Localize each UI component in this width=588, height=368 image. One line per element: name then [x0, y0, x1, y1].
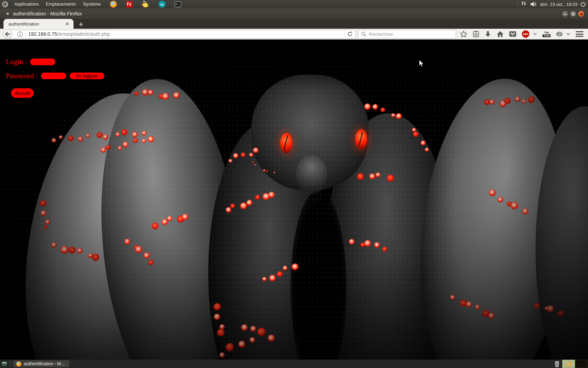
home-link-button[interactable]: Accueil [11, 88, 34, 98]
tab-authentification[interactable]: authentification [4, 19, 74, 29]
workspace-2[interactable] [575, 360, 588, 368]
video-download-extension-icon[interactable] [554, 29, 564, 39]
close-button[interactable] [578, 11, 584, 17]
minimize-button[interactable] [562, 11, 568, 17]
url-host: 192.168.0.75 [28, 31, 57, 37]
adblock-plus-icon[interactable]: ABP [520, 29, 531, 39]
login-input[interactable] [30, 59, 55, 65]
window-titlebar[interactable]: authentification - Mozilla Firefox [0, 8, 588, 19]
taskbar-right [554, 360, 588, 368]
task-button-firefox[interactable]: authentification - M… [13, 360, 69, 367]
task-button-label: authentification - M… [24, 361, 65, 366]
new-tab-button[interactable] [76, 20, 86, 28]
url-bar[interactable]: 192.168.0.75/terraspi/admin/auth.php [9, 30, 356, 39]
firefox-icon [16, 361, 21, 367]
workspace-1[interactable] [562, 360, 575, 368]
window-icon [6, 12, 9, 15]
taskbar-handle[interactable] [9, 361, 11, 367]
arduino-launcher-icon[interactable]: ∞ [159, 1, 166, 8]
show-desktop-icon[interactable] [1, 361, 7, 367]
filezilla-launcher-icon[interactable]: Fz [126, 1, 133, 8]
volume-icon[interactable] [530, 1, 537, 7]
firefox-launcher-icon[interactable] [110, 1, 117, 8]
login-submit-button[interactable]: Se logguer [70, 73, 104, 79]
desktop-taskbar: authentification - M… [0, 360, 588, 368]
password-label: Password : [6, 71, 38, 80]
tab-label: authentification [8, 21, 64, 27]
snake-photo [0, 40, 588, 360]
search-bar[interactable] [358, 30, 456, 39]
search-icon [361, 32, 366, 37]
extension-dropdown-icon[interactable] [566, 29, 572, 39]
url-divider2 [344, 31, 345, 37]
panel-launchers: Fz ∞ >_ [110, 1, 181, 8]
distro-menu-icon[interactable] [2, 1, 8, 7]
workspace-switcher [562, 360, 588, 368]
window-title: authentification - Mozilla Firefox [13, 11, 82, 16]
site-info-icon[interactable] [17, 31, 23, 37]
pocket-icon[interactable] [507, 29, 518, 39]
power-icon[interactable] [580, 1, 586, 7]
adblock-dropdown-icon[interactable] [533, 29, 539, 39]
login-label: Login : [6, 57, 27, 66]
window-buttons [562, 11, 588, 17]
teapot-steam [143, 1, 145, 2]
panel-tray: dim. 23 oct., 18:03 [517, 1, 588, 7]
tray-handle[interactable] [517, 1, 518, 7]
url-text[interactable]: 192.168.0.75/terraspi/admin/auth.php [28, 31, 110, 37]
firefox-icon [566, 361, 571, 367]
desktop-top-panel: Applications Emplacements Système Fz ∞ >… [0, 0, 588, 8]
vignette [0, 40, 588, 360]
teapot-body [143, 3, 148, 7]
clock[interactable]: dim. 23 oct., 18:03 [540, 2, 578, 7]
browser-viewport: Login : Password : Se logguer Accueil [0, 40, 588, 360]
youtube-extension-icon[interactable]: You Tube [541, 29, 552, 39]
url-divider [26, 31, 26, 37]
navigation-toolbar: 192.168.0.75/terraspi/admin/auth.php [0, 29, 588, 40]
menu-applications[interactable]: Applications [11, 0, 42, 8]
search-input[interactable] [369, 32, 453, 37]
menu-hamburger-icon[interactable] [574, 29, 585, 39]
back-button[interactable] [3, 29, 13, 39]
tab-strip: authentification [0, 19, 588, 29]
mouse-cursor [419, 60, 424, 69]
url-path: /terraspi/admin/auth.php [57, 31, 110, 37]
terminal-launcher-icon[interactable]: >_ [175, 1, 181, 7]
downloads-icon[interactable] [483, 29, 493, 39]
home-icon[interactable] [495, 29, 505, 39]
bookmarks-menu-icon[interactable] [471, 29, 481, 39]
menu-systeme[interactable]: Système [79, 0, 104, 8]
network-activity-icon[interactable] [521, 1, 527, 7]
menu-emplacements[interactable]: Emplacements [42, 0, 79, 8]
maximize-button[interactable] [570, 11, 576, 17]
trash-icon[interactable] [554, 360, 560, 367]
password-input[interactable] [41, 73, 66, 79]
teapot-launcher-icon[interactable] [142, 1, 149, 8]
tab-close-icon[interactable] [64, 21, 70, 27]
reload-icon[interactable] [347, 31, 353, 37]
bookmark-star-icon[interactable] [458, 29, 469, 39]
teapot-lid [145, 2, 147, 4]
desktop-screen: Applications Emplacements Système Fz ∞ >… [0, 0, 588, 368]
